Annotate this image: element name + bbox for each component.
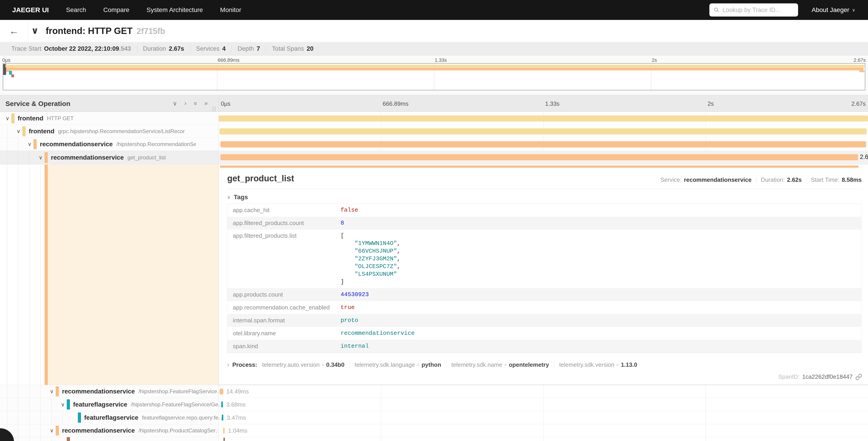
tag-key: app.filtered_products.count — [233, 217, 304, 230]
span-bar[interactable] — [223, 438, 225, 441]
chevron-down-icon[interactable]: ∨ — [17, 128, 21, 135]
span-operation: featureflagservice.repo.query:fe… — [142, 414, 224, 421]
chevron-down-icon[interactable]: ∨ — [50, 428, 54, 434]
chevron-down-icon[interactable]: ∨ — [28, 141, 32, 147]
copy-link-icon[interactable] — [855, 374, 862, 380]
tag-key: span.kind — [233, 340, 258, 353]
minimap-tick-4: 2.67s — [854, 57, 866, 63]
span-color-bar — [56, 386, 59, 396]
span-bar[interactable] — [220, 154, 858, 160]
trace-id-lookup[interactable] — [709, 3, 798, 17]
chevron-down-icon[interactable]: ∨ — [61, 401, 65, 408]
span-color-bar — [33, 139, 37, 149]
timeline-tick-1: 666.89ms — [383, 100, 408, 107]
tag-value: false — [341, 204, 358, 217]
timeline-tick-3: 2s — [708, 100, 714, 107]
tag-value: true — [341, 301, 354, 314]
tag-value-json-array: [ 1YMWWN1N4O, 66VCHSJNUP, 2ZYFJ3GM2N, OL… — [341, 232, 401, 286]
span-service: featureflagservice — [73, 401, 127, 408]
minimap-span-band-orange — [6, 67, 864, 70]
span-operation: /hipstershop.RecommendationService/Lis… — [116, 141, 196, 147]
trace-collapse-toggle[interactable]: ∨ — [31, 25, 38, 36]
timeline-tick-2: 1.33s — [545, 100, 560, 107]
minimap-tick-0: 0μs — [2, 57, 10, 63]
span-operation: /hipstershop.ProductCatalogSer… — [138, 428, 218, 434]
tag-row: app.products.count 44530923 — [227, 288, 861, 301]
tag-key: app.filtered_products.list — [233, 232, 297, 239]
span-row-featureflag-repo-query[interactable]: featureflagservice featureflagservice.re… — [0, 411, 868, 424]
service-operation-header: Service & Operation — [5, 100, 70, 108]
expand-all-icon[interactable]: » — [204, 100, 208, 107]
tag-key: app.products.count — [233, 288, 283, 301]
span-bar[interactable] — [219, 128, 867, 135]
span-bar[interactable] — [223, 428, 225, 434]
span-duration-label: 2.62s — [860, 153, 868, 160]
tag-key: internal.span.format — [233, 314, 285, 327]
span-row-featureflag-get[interactable]: ∨ featureflagservice /hipstershop.Featur… — [0, 398, 868, 411]
span-duration-label: 1.04ms — [228, 427, 247, 434]
span-row-recommendation-listrecommendations[interactable]: ∨ recommendationservice /hipstershop.Rec… — [0, 138, 868, 151]
span-row-get-product-list[interactable]: ∨ recommendationservice get_product_list… — [0, 151, 868, 165]
about-jaeger-menu[interactable]: About Jaeger ∨ — [812, 6, 855, 13]
span-service: recommendationservice — [40, 141, 113, 148]
span-id-row: SpanID: 1ca2262df0e18447 — [778, 373, 862, 380]
search-icon — [713, 7, 719, 13]
tag-key: app.cache_hit — [233, 204, 270, 217]
nav-item-search[interactable]: Search — [66, 6, 86, 13]
collapse-one-icon[interactable]: ∨ — [173, 100, 177, 107]
span-color-bar — [56, 425, 59, 436]
tag-value: 44530923 — [341, 288, 369, 301]
span-duration-label: 14.49ms — [226, 388, 249, 395]
detail-row-indent-area — [0, 165, 219, 385]
trace-header: ← ∨ frontend: HTTP GET2f715fb ◎ ∧ ∨ ✕ ⌘ … — [0, 20, 868, 42]
process-section[interactable]: › Process: telemetry.auto.version=0.34b0… — [227, 361, 637, 368]
tag-value: proto — [341, 314, 358, 327]
span-operation: /hipstershop.FeatureFlagService… — [138, 388, 218, 394]
span-bar[interactable] — [219, 388, 223, 394]
collapse-all-icon[interactable]: » — [192, 101, 199, 105]
minimap-span-teal — [9, 71, 12, 75]
nav-item-monitor[interactable]: Monitor — [220, 6, 241, 13]
app-brand[interactable]: JAEGER UI — [12, 6, 49, 14]
timeline-column-header: Service & Operation ∨ › » » || 0μs 666.8… — [0, 95, 868, 112]
span-row-frontend-httpget[interactable]: ∨ frontend HTTP GET — [0, 112, 868, 125]
chevron-right-icon: › — [227, 361, 229, 368]
detail-starttime-value: 8.58ms — [842, 176, 862, 183]
top-navbar: JAEGER UI Search Compare System Architec… — [0, 0, 868, 20]
span-bar[interactable] — [220, 141, 866, 147]
minimap-span-nub-right — [859, 70, 864, 72]
span-bar[interactable] — [222, 414, 223, 421]
tag-key: app.recommendation.cache_enabled — [233, 301, 330, 314]
trace-start-fraction: .543 — [119, 45, 131, 52]
chevron-down-icon[interactable]: ∨ — [50, 388, 54, 394]
span-color-bar — [67, 399, 70, 410]
expand-one-icon[interactable]: › — [184, 100, 186, 107]
span-duration-label: 3.47ms — [227, 414, 246, 421]
nav-item-system-architecture[interactable]: System Architecture — [147, 6, 203, 13]
chevron-down-icon[interactable]: ∨ — [39, 154, 43, 161]
trace-summary-bar: Trace Start October 22 2022, 22:10:09 .5… — [0, 42, 868, 56]
about-jaeger-label: About Jaeger — [812, 6, 849, 13]
duration-value: 2.67s — [169, 45, 184, 52]
back-button[interactable]: ← — [0, 20, 28, 42]
depth-value: 7 — [257, 45, 260, 52]
tag-value: 8 — [341, 217, 344, 230]
span-bar[interactable] — [221, 401, 223, 408]
column-resize-grip[interactable]: || — [212, 105, 216, 112]
nav-item-compare[interactable]: Compare — [103, 6, 129, 13]
trace-id-lookup-input[interactable] — [722, 6, 794, 13]
span-bar[interactable] — [219, 115, 868, 122]
depth-label: Depth — [238, 45, 254, 52]
chevron-down-icon[interactable]: ∨ — [5, 115, 9, 122]
tags-section-toggle[interactable]: ∨ Tags — [227, 194, 248, 201]
minimap-span-brown — [11, 75, 14, 77]
span-row-rec-featureflagservice[interactable]: ∨ recommendationservice /hipstershop.Fea… — [0, 385, 868, 398]
span-row-partial[interactable] — [0, 437, 868, 441]
span-row-rec-productcatalog[interactable]: ∨ recommendationservice /hipstershop.Pro… — [0, 424, 868, 437]
minimap-tick-3: 2s — [652, 57, 657, 63]
total-spans-value: 20 — [307, 45, 313, 52]
process-label: Process: — [232, 361, 257, 368]
trace-id-short: 2f715fb — [137, 27, 165, 36]
span-operation: HTTP GET — [47, 115, 74, 122]
span-row-frontend-listrecommendations[interactable]: ∨ frontend grpc.hipstershop.Recommendati… — [0, 125, 868, 138]
